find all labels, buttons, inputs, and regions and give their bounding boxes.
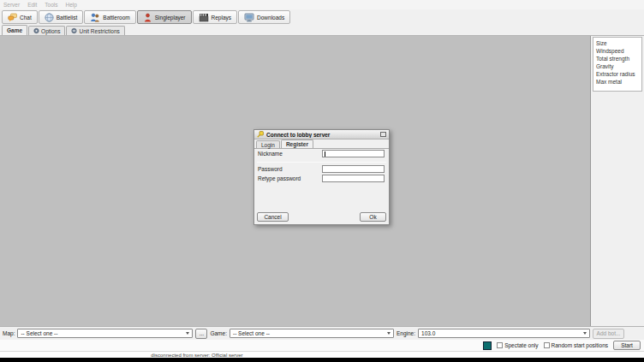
ok-button[interactable]: Ok xyxy=(360,212,386,222)
application-window: Server Edit Tools Help Chat Battlelist B… xyxy=(0,0,644,358)
menu-server[interactable]: Server xyxy=(3,2,20,8)
tab-unit-restrictions[interactable]: Unit Restrictions xyxy=(66,26,124,35)
game-select-value: -- Select one -- xyxy=(233,330,270,336)
menu-edit[interactable]: Edit xyxy=(27,2,37,8)
nickname-row: Nickname xyxy=(258,149,385,157)
tab-login[interactable]: Login xyxy=(256,140,280,148)
field-separator xyxy=(257,162,386,163)
map-option-label: Size xyxy=(596,39,641,47)
unit-restrictions-icon xyxy=(71,27,77,34)
password-input[interactable] xyxy=(322,165,385,173)
toolbar-singleplayer-label: Singleplayer xyxy=(155,15,186,21)
globe-icon xyxy=(45,13,54,22)
checkbox-icon xyxy=(544,342,550,348)
singleplayer-tab-bar: Game Options Unit Restrictions xyxy=(0,25,644,36)
toolbar-replays-button[interactable]: Replays xyxy=(193,10,237,24)
map-select[interactable]: -- Select one -- xyxy=(17,329,193,338)
game-label: Game: xyxy=(210,330,227,336)
toolbar-singleplayer-button[interactable]: Singleplayer xyxy=(137,10,192,24)
chevron-down-icon xyxy=(583,332,587,335)
map-select-value: -- Select one -- xyxy=(21,330,57,336)
film-clapper-icon xyxy=(199,13,209,22)
engine-label: Engine: xyxy=(397,330,415,336)
password-row: Password xyxy=(258,164,385,173)
toolbar-battleroom-label: Battleroom xyxy=(103,15,129,21)
toolbar-battlelist-label: Battlelist xyxy=(57,15,78,21)
random-start-positions-label: Random start positions xyxy=(552,342,608,348)
toolbar-chat-label: Chat xyxy=(20,15,32,21)
chevron-down-icon xyxy=(387,332,391,335)
connect-dialog: Connect to lobby server Login Register N… xyxy=(253,129,390,225)
map-option-label: Max metal xyxy=(596,78,641,86)
spectate-only-label: Spectate only xyxy=(504,342,538,348)
monitor-download-icon xyxy=(244,13,254,22)
connect-dialog-titlebar[interactable]: Connect to lobby server xyxy=(254,130,389,139)
start-options-row: Spectate only Random start positions Sta… xyxy=(0,340,644,351)
map-option-label: Extractor radius xyxy=(596,70,641,78)
retype-password-label: Retype password xyxy=(258,175,322,181)
retype-password-input[interactable] xyxy=(322,175,385,182)
nickname-input[interactable] xyxy=(322,150,385,157)
map-label: Map: xyxy=(3,330,15,336)
menu-tools[interactable]: Tools xyxy=(45,2,57,8)
text-caret xyxy=(325,151,325,157)
toolbar-replays-label: Replays xyxy=(212,15,231,21)
game-select[interactable]: -- Select one -- xyxy=(230,329,394,338)
tab-game[interactable]: Game xyxy=(2,25,27,35)
map-browse-button[interactable]: ... xyxy=(195,329,207,339)
map-options-panel: Size Windspeed Total strength Gravity Ex… xyxy=(592,36,644,326)
spectate-only-checkbox[interactable]: Spectate only xyxy=(497,342,538,348)
start-button[interactable]: Start xyxy=(613,341,641,350)
tab-register[interactable]: Register xyxy=(281,139,313,148)
engine-select-value: 103.0 xyxy=(421,330,435,336)
checkbox-icon xyxy=(497,342,503,348)
toolbar-battleroom-button[interactable]: Battleroom xyxy=(84,10,135,24)
cancel-button[interactable]: Cancel xyxy=(257,212,289,222)
map-options-list: Size Windspeed Total strength Gravity Ex… xyxy=(593,37,642,92)
menu-bar: Server Edit Tools Help xyxy=(0,0,644,9)
map-option-label: Windspeed xyxy=(596,47,641,55)
toolbar-chat-button[interactable]: Chat xyxy=(2,10,38,24)
tab-unit-restrictions-label: Unit Restrictions xyxy=(79,28,119,34)
retype-password-row: Retype password xyxy=(258,174,385,182)
main-toolbar: Chat Battlelist Battleroom Singleplayer … xyxy=(0,9,644,25)
tab-game-label: Game xyxy=(7,27,22,33)
close-icon[interactable] xyxy=(380,132,386,137)
nickname-label: Nickname xyxy=(258,151,322,157)
toolbar-battlelist-button[interactable]: Battlelist xyxy=(39,10,84,24)
options-icon xyxy=(33,27,39,34)
add-bot-button[interactable]: Add bot... xyxy=(593,329,624,339)
tab-options[interactable]: Options xyxy=(28,26,65,35)
password-label: Password xyxy=(258,166,322,172)
connection-status-text: disconnected from server: Official serve… xyxy=(0,352,394,359)
battle-setup-bar: Map: -- Select one -- ... Game: -- Selec… xyxy=(0,326,644,340)
chevron-down-icon xyxy=(186,332,189,335)
map-option-label: Gravity xyxy=(596,62,641,70)
status-bar: disconnected from server: Official serve… xyxy=(0,351,644,358)
tab-options-label: Options xyxy=(41,28,60,34)
engine-select[interactable]: 103.0 xyxy=(418,329,590,338)
random-start-positions-checkbox[interactable]: Random start positions xyxy=(544,342,608,348)
people-icon xyxy=(90,13,100,22)
menu-help[interactable]: Help xyxy=(66,2,77,8)
connect-dialog-tabs: Login Register xyxy=(254,139,389,149)
team-color-swatch[interactable] xyxy=(483,341,492,350)
toolbar-downloads-label: Downloads xyxy=(257,15,284,21)
toolbar-downloads-button[interactable]: Downloads xyxy=(238,10,290,24)
chat-bubbles-icon xyxy=(8,13,17,22)
map-option-label: Total strength xyxy=(596,55,641,62)
connect-icon xyxy=(257,131,264,138)
connect-dialog-title: Connect to lobby server xyxy=(266,132,378,138)
single-player-icon xyxy=(143,13,152,22)
